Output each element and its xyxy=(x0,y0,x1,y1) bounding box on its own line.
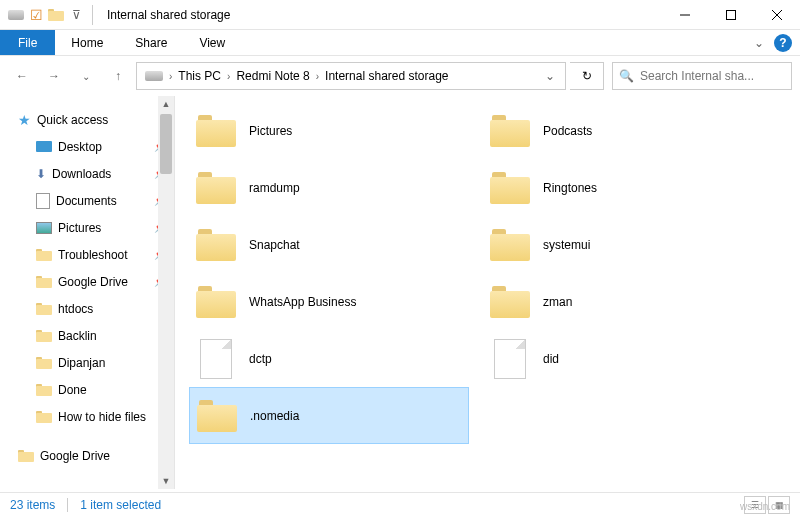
back-button[interactable]: ← xyxy=(8,62,36,90)
watermark: wsxdn.com xyxy=(740,501,790,512)
device-icon xyxy=(8,7,24,23)
folder-icon xyxy=(195,110,237,152)
qat-overflow-icon[interactable]: ⊽ xyxy=(68,7,84,23)
close-button[interactable] xyxy=(754,0,800,30)
folder-icon xyxy=(36,330,52,342)
sidebar-item-downloads[interactable]: ⬇ Downloads 📌 xyxy=(0,160,174,187)
sidebar-item-label: Dipanjan xyxy=(58,356,105,370)
sidebar-label: Google Drive xyxy=(40,449,110,463)
chevron-right-icon[interactable]: › xyxy=(314,71,321,82)
file-item-label: zman xyxy=(543,295,572,309)
folder-icon xyxy=(196,395,238,437)
sidebar-item-backlin[interactable]: Backlin xyxy=(0,322,174,349)
folder-icon xyxy=(489,281,531,323)
sidebar-item-label: Google Drive xyxy=(58,275,128,289)
sidebar-item-documents[interactable]: Documents 📌 xyxy=(0,187,174,214)
sidebar-item-desktop[interactable]: Desktop 📌 xyxy=(0,133,174,160)
ribbon-tab-view[interactable]: View xyxy=(183,30,241,55)
address-bar[interactable]: › This PC › Redmi Note 8 › Internal shar… xyxy=(136,62,566,90)
refresh-button[interactable]: ↻ xyxy=(570,62,604,90)
title-bar: ☑ ⊽ Internal shared storage xyxy=(0,0,800,30)
scroll-thumb[interactable] xyxy=(160,114,172,174)
sidebar-item-howtohide[interactable]: How to hide files xyxy=(0,403,174,430)
file-item[interactable]: Podcasts xyxy=(483,102,763,159)
folder-icon xyxy=(195,167,237,209)
checkbox-qat-icon[interactable]: ☑ xyxy=(28,7,44,23)
file-item[interactable]: dctp xyxy=(189,330,469,387)
file-item[interactable]: Pictures xyxy=(189,102,469,159)
up-button[interactable]: ↑ xyxy=(104,62,132,90)
folder-icon xyxy=(36,303,52,315)
file-icon xyxy=(195,338,237,380)
sidebar-item-troubleshoot[interactable]: Troubleshoot 📌 xyxy=(0,241,174,268)
sidebar-item-htdocs[interactable]: htdocs xyxy=(0,295,174,322)
file-icon xyxy=(489,338,531,380)
scroll-down-icon[interactable]: ▼ xyxy=(158,473,174,489)
folder-icon xyxy=(195,224,237,266)
folder-icon xyxy=(18,450,34,462)
sidebar-item-google-drive[interactable]: Google Drive 📌 xyxy=(0,268,174,295)
search-box[interactable]: 🔍 Search Internal sha... xyxy=(612,62,792,90)
sidebar-scrollbar[interactable]: ▲ ▼ xyxy=(158,96,174,489)
folder-icon xyxy=(195,281,237,323)
quick-access-toolbar: ☑ ⊽ Internal shared storage xyxy=(0,5,230,25)
star-icon: ★ xyxy=(18,112,31,128)
ribbon: File Home Share View ⌄ ? xyxy=(0,30,800,56)
file-item[interactable]: WhatsApp Business xyxy=(189,273,469,330)
address-dropdown-icon[interactable]: ⌄ xyxy=(539,69,561,83)
ribbon-tab-share[interactable]: Share xyxy=(119,30,183,55)
documents-icon xyxy=(36,193,50,209)
breadcrumb-device[interactable]: Redmi Note 8 xyxy=(232,69,313,83)
divider xyxy=(67,498,68,512)
ribbon-file-tab[interactable]: File xyxy=(0,30,55,55)
maximize-button[interactable] xyxy=(708,0,754,30)
file-item[interactable]: ramdump xyxy=(189,159,469,216)
sidebar-quick-access[interactable]: ★ Quick access xyxy=(0,106,174,133)
ribbon-tab-home[interactable]: Home xyxy=(55,30,119,55)
downloads-icon: ⬇ xyxy=(36,167,46,181)
file-item-label: .nomedia xyxy=(250,409,299,423)
chevron-right-icon[interactable]: › xyxy=(225,71,232,82)
recent-locations-button[interactable]: ⌄ xyxy=(72,62,100,90)
file-item[interactable]: .nomedia xyxy=(189,387,469,444)
file-item[interactable]: systemui xyxy=(483,216,763,273)
pictures-icon xyxy=(36,222,52,234)
folder-qat-icon[interactable] xyxy=(48,7,64,23)
svg-rect-1 xyxy=(727,10,736,19)
file-item-label: WhatsApp Business xyxy=(249,295,356,309)
file-item-label: Snapchat xyxy=(249,238,300,252)
folder-icon xyxy=(489,110,531,152)
address-root-icon[interactable] xyxy=(141,71,167,81)
sidebar-google-drive-root[interactable]: Google Drive xyxy=(0,442,174,469)
folder-icon xyxy=(36,357,52,369)
divider xyxy=(92,5,93,25)
folder-icon xyxy=(489,224,531,266)
navigation-pane: ★ Quick access Desktop 📌 ⬇ Downloads 📌 D… xyxy=(0,96,175,489)
sidebar-label: Quick access xyxy=(37,113,108,127)
file-list[interactable]: PicturesPodcastsramdumpRingtonesSnapchat… xyxy=(175,96,800,489)
forward-button[interactable]: → xyxy=(40,62,68,90)
status-selection: 1 item selected xyxy=(80,498,161,512)
status-item-count: 23 items xyxy=(10,498,55,512)
breadcrumb-current[interactable]: Internal shared storage xyxy=(321,69,452,83)
breadcrumb-this-pc[interactable]: This PC xyxy=(174,69,225,83)
sidebar-item-dipanjan[interactable]: Dipanjan xyxy=(0,349,174,376)
sidebar-item-label: Desktop xyxy=(58,140,102,154)
ribbon-expand-icon[interactable]: ⌄ xyxy=(754,36,764,50)
search-placeholder: Search Internal sha... xyxy=(640,69,754,83)
help-icon[interactable]: ? xyxy=(774,34,792,52)
file-item[interactable]: did xyxy=(483,330,763,387)
folder-icon xyxy=(36,384,52,396)
search-icon: 🔍 xyxy=(619,69,634,83)
sidebar-item-pictures[interactable]: Pictures 📌 xyxy=(0,214,174,241)
file-item[interactable]: zman xyxy=(483,273,763,330)
minimize-button[interactable] xyxy=(662,0,708,30)
file-item[interactable]: Ringtones xyxy=(483,159,763,216)
file-item[interactable]: Snapchat xyxy=(189,216,469,273)
scroll-up-icon[interactable]: ▲ xyxy=(158,96,174,112)
sidebar-item-label: Documents xyxy=(56,194,117,208)
sidebar-item-label: Downloads xyxy=(52,167,111,181)
chevron-right-icon[interactable]: › xyxy=(167,71,174,82)
window-controls xyxy=(662,0,800,30)
sidebar-item-done[interactable]: Done xyxy=(0,376,174,403)
